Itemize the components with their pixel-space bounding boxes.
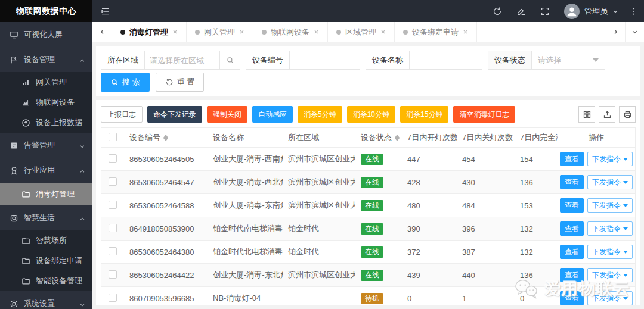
view-button[interactable]: 查看	[560, 221, 584, 236]
close-icon[interactable]	[172, 29, 178, 35]
clear-log-button[interactable]: 清空消毒灯日志	[453, 106, 515, 123]
tab-scroll-right-icon[interactable]	[606, 22, 625, 42]
send-command-button[interactable]: 下发指令	[587, 291, 633, 305]
device-status-select[interactable]: 请选择	[532, 51, 605, 69]
row-checkbox[interactable]	[109, 154, 117, 163]
row-checkbox[interactable]	[109, 224, 117, 232]
sidebar-item-smart-life[interactable]: 智慧生活	[0, 205, 92, 230]
view-button[interactable]: 查看	[560, 152, 584, 166]
cell-region: 滨州市滨城区创业大厦	[283, 194, 355, 217]
tab-disinfection-lamp-mgmt[interactable]: 消毒灯管理	[112, 22, 187, 42]
row-checkbox[interactable]	[109, 201, 117, 209]
device-status-placeholder: 请选择	[538, 55, 561, 65]
reset-button[interactable]: 重 置	[156, 73, 205, 92]
more-vertical-icon[interactable]	[633, 7, 636, 16]
sidebar-item-iot-devices[interactable]: 物联网设备	[0, 92, 92, 113]
view-button[interactable]: 查看	[560, 175, 584, 189]
auto-sense-button[interactable]: 自动感应	[252, 106, 293, 123]
view-button[interactable]: 查看	[560, 198, 584, 213]
sidebar-item-device-report-data[interactable]: 设备上报数据	[0, 113, 92, 133]
tab-gateway-mgmt[interactable]: 网关管理	[187, 22, 253, 42]
send-command-button[interactable]: 下发指令	[587, 175, 633, 189]
tab-region-mgmt[interactable]: 区域管理	[328, 22, 395, 42]
close-icon[interactable]	[314, 29, 319, 35]
refresh-icon[interactable]	[493, 7, 502, 16]
disinfect-5min-button[interactable]: 消杀5分钟	[298, 106, 342, 123]
send-command-button[interactable]: 下发指令	[587, 152, 633, 166]
search-icon	[110, 78, 119, 86]
caret-down-icon	[593, 58, 599, 62]
reset-icon	[165, 78, 174, 86]
close-icon[interactable]	[380, 29, 386, 35]
toolbar-right-icons	[578, 106, 636, 123]
user-menu[interactable]: 管理员	[564, 4, 618, 19]
sidebar-item-smart-device-mgmt[interactable]: 智能设备管理	[0, 271, 92, 291]
device-no-filter-group: 设备编号	[246, 51, 360, 70]
chart-icon	[21, 98, 30, 107]
device-name-filter-group: 设备名称	[366, 51, 482, 70]
column-header-status[interactable]: 设备状态	[361, 132, 400, 143]
disinfect-10min-button[interactable]: 消杀10分钟	[347, 106, 395, 123]
send-command-button[interactable]: 下发指令	[587, 245, 633, 259]
tab-dot-icon	[403, 30, 408, 35]
send-command-button[interactable]: 下发指令	[587, 221, 633, 236]
column-header-device-no[interactable]: 设备编号	[129, 132, 168, 143]
app-window: 物联网数据中心 可视化大屏 设备管理 网关管理 物联网设备	[0, 0, 644, 309]
tab-scroll-left-icon[interactable]	[92, 22, 112, 42]
report-log-button[interactable]: 上报日志	[101, 106, 143, 123]
row-checkbox[interactable]	[109, 270, 117, 279]
disinfect-15min-button[interactable]: 消杀15分钟	[400, 106, 448, 123]
cell-region	[283, 287, 355, 306]
table-toolbar: 上报日志 命令下发记录 强制关闭 自动感应 消杀5分钟 消杀10分钟 消杀15分…	[101, 106, 636, 123]
chevron-up-icon	[79, 215, 85, 221]
chevron-down-icon	[612, 8, 618, 14]
app-circle-icon	[10, 214, 18, 223]
tab-device-binding-request[interactable]: 设备绑定申请	[395, 22, 477, 42]
row-checkbox[interactable]	[109, 294, 117, 302]
sidebar-item-smart-places[interactable]: 智慧场所	[0, 230, 92, 251]
tab-options-dropdown-icon[interactable]	[625, 22, 644, 42]
row-checkbox[interactable]	[109, 247, 117, 255]
device-no-input[interactable]	[289, 51, 360, 69]
sidebar-item-alarm-mgmt[interactable]: 告警管理	[0, 133, 92, 158]
row-checkbox[interactable]	[109, 177, 117, 186]
tab-label: 网关管理	[204, 27, 235, 38]
sidebar-item-industry-apps[interactable]: 行业应用	[0, 158, 92, 183]
device-name-input[interactable]	[409, 51, 482, 69]
view-button[interactable]: 查看	[560, 291, 584, 305]
collapse-sidebar-icon[interactable]	[101, 7, 110, 16]
search-icon[interactable]	[219, 51, 240, 69]
caret-down-icon	[623, 204, 628, 207]
select-all-checkbox[interactable]	[109, 133, 117, 141]
sidebar-item-label: 行业应用	[24, 165, 55, 176]
command-record-button[interactable]: 命令下发记录	[147, 106, 202, 123]
caret-down-icon	[623, 274, 628, 277]
close-icon[interactable]	[463, 29, 468, 35]
cell-full7: 132	[515, 241, 558, 264]
send-command-button[interactable]: 下发指令	[587, 268, 633, 282]
eraser-icon[interactable]	[516, 7, 526, 16]
tab-iot-devices[interactable]: 物联网设备	[253, 22, 328, 42]
sidebar-item-device-mgmt[interactable]: 设备管理	[0, 47, 92, 72]
sidebar-item-device-binding-request[interactable]: 设备绑定申请	[0, 251, 92, 271]
view-button[interactable]: 查看	[560, 268, 584, 282]
sidebar-item-disinfection-lamp-mgmt[interactable]: 消毒灯管理	[0, 183, 92, 205]
sidebar-item-system-settings[interactable]: 系统设置	[0, 291, 92, 309]
search-button[interactable]: 搜 索	[101, 73, 150, 92]
chevron-down-icon	[79, 301, 85, 307]
print-icon[interactable]	[619, 106, 636, 123]
sidebar-item-label: 智慧场所	[36, 235, 67, 246]
submenu-industry-apps: 消毒灯管理	[0, 183, 92, 205]
force-close-button[interactable]: 强制关闭	[207, 106, 247, 123]
column-header-region: 所在区域	[283, 128, 355, 148]
fullscreen-icon[interactable]	[540, 7, 550, 16]
view-button[interactable]: 查看	[560, 245, 584, 259]
region-input[interactable]	[144, 51, 219, 69]
columns-filter-icon[interactable]	[578, 106, 595, 123]
send-command-button[interactable]: 下发指令	[587, 198, 633, 213]
tab-dot-icon	[120, 30, 125, 35]
sidebar-item-gateway-mgmt[interactable]: 网关管理	[0, 72, 92, 92]
export-icon[interactable]	[599, 106, 615, 123]
sidebar-item-visual-screen[interactable]: 可视化大屏	[0, 22, 92, 47]
close-icon[interactable]	[239, 29, 244, 35]
